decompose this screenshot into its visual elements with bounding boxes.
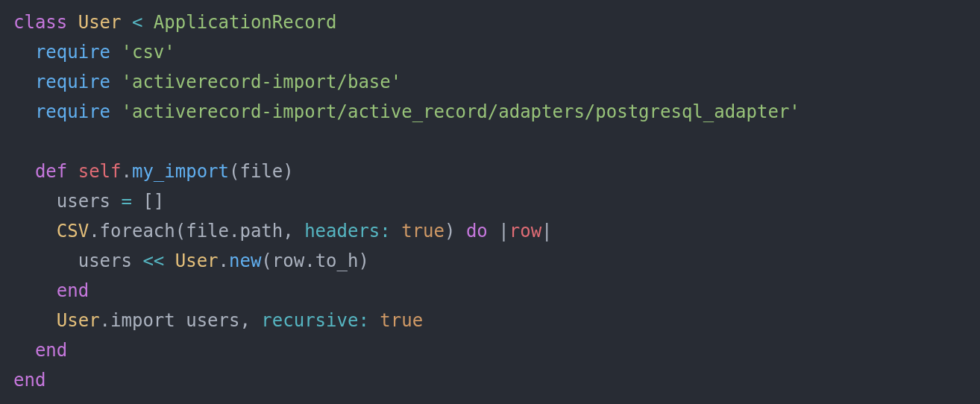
comma: , [283,221,304,242]
symbol-recursive: recursive: [261,310,369,331]
keyword-require: require [35,42,110,63]
var-users: users [78,250,132,271]
var-users: users [186,310,239,331]
block-var-row: row [509,221,541,242]
dot: . [304,250,315,271]
space [110,101,121,122]
space [110,42,121,63]
dot: . [229,221,239,242]
space [175,310,186,331]
operator-eq: = [110,191,142,212]
method-my-import: my_import [132,161,229,182]
space [455,221,465,242]
method-foreach: foreach [100,221,175,242]
param-file: file [186,221,229,242]
keyword-class: class [13,12,67,33]
space [488,221,498,242]
lparen: ( [261,250,271,271]
space [391,221,401,242]
pipe: | [541,221,552,242]
var-users: users [57,191,110,212]
space [67,161,78,182]
rparen: ) [358,250,368,271]
lparen: ( [175,221,186,242]
operator-push: << [132,250,175,271]
keyword-require: require [35,72,110,92]
dot: . [89,221,99,242]
dot: . [219,250,229,271]
keyword-end: end [57,280,89,301]
string-csv: 'csv' [122,42,175,63]
space [369,310,380,331]
method-import: import [110,310,175,331]
keyword-require: require [35,101,110,122]
dot: . [122,161,132,182]
space [67,12,78,33]
rparen: ) [445,221,455,242]
empty-array: [] [142,191,164,212]
keyword-end: end [35,340,67,361]
keyword-end: end [13,370,45,391]
const-csv: CSV [57,221,89,242]
class-name-user: User [175,250,219,271]
var-row: row [272,250,304,271]
space [110,72,121,92]
dot: . [100,310,110,331]
param-file: file [239,161,283,182]
method-to-h: to_h [315,250,359,271]
string-import-pg: 'activerecord-import/active_record/adapt… [122,101,800,122]
code-block: class User < ApplicationRecord require '… [0,0,980,403]
pipe: | [498,221,509,242]
class-name-app-record: ApplicationRecord [154,12,337,33]
symbol-headers: headers: [304,221,391,242]
string-import-base: 'activerecord-import/base' [122,72,402,92]
method-path: path [239,221,283,242]
keyword-do: do [466,221,488,242]
comma: , [239,310,261,331]
method-new: new [229,250,261,271]
literal-true: true [401,221,445,242]
keyword-self: self [78,161,122,182]
keyword-def: def [35,161,67,182]
lparen: ( [229,161,239,182]
literal-true: true [380,310,423,331]
class-name-user: User [57,310,100,331]
class-name-user: User [78,12,122,33]
operator-lt: < [122,12,154,33]
rparen: ) [283,161,293,182]
